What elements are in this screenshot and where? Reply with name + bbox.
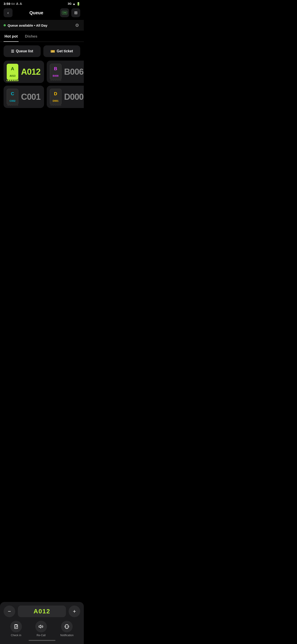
signal-icon: ▲ <box>72 2 75 6</box>
status-left: 3:59 GU ⚠ ⚠ <box>3 2 22 6</box>
queue-card-a[interactable]: A A013 A012 <box>3 60 44 83</box>
tag-number-c: C002 <box>9 100 15 102</box>
tag-letter-d: D <box>54 92 57 96</box>
battery-icon: 🔋 <box>76 2 80 6</box>
queue-list-icon: ☰ <box>11 49 14 54</box>
monitor-on-button[interactable]: ON <box>60 8 69 17</box>
current-number-d: D000 <box>64 92 84 102</box>
queue-list-label: Queue list <box>16 49 33 53</box>
warning-icon-1: ⚠ <box>16 2 18 5</box>
current-number-c: C001 <box>21 92 40 102</box>
tag-letter-b: B <box>54 66 57 71</box>
queue-status-text: Queue available • All Day <box>7 24 47 27</box>
warning-icon-2: ⚠ <box>19 2 22 5</box>
action-buttons: ☰ Queue list 🎫 Get ticket <box>0 42 84 60</box>
queue-status-bar: Queue available • All Day ⚙ <box>0 20 84 31</box>
tab-hotpot[interactable]: Hot pot <box>3 32 18 42</box>
ticket-icon: 🎫 <box>50 49 55 54</box>
tag-number-d: D001 <box>53 100 58 102</box>
carrier-icon: GU <box>11 2 15 5</box>
tag-letter-c: C <box>11 92 14 96</box>
ticket-tag-d: D D001 <box>50 89 61 105</box>
settings-button[interactable]: ⚙ <box>74 22 80 28</box>
header: ‹ Queue ON ⊞ <box>0 6 84 20</box>
current-number-a: A012 <box>21 67 40 77</box>
queue-card-c[interactable]: C C002 C001 <box>3 86 44 108</box>
queue-status-left: Queue available • All Day <box>3 24 47 27</box>
network-icon: 3G <box>68 2 71 5</box>
current-number-b: B006 <box>64 67 84 77</box>
queue-grid: A A013 A012 B B008 B006 C C002 C001 D D0… <box>0 60 84 112</box>
ticket-tag-a: A A013 <box>7 64 18 80</box>
qr-scan-button[interactable]: ⊞ <box>71 8 80 17</box>
available-dot <box>3 24 6 26</box>
get-ticket-label: Get ticket <box>57 49 73 53</box>
tag-number-a: A013 <box>9 74 15 77</box>
queue-list-button[interactable]: ☰ Queue list <box>3 46 41 57</box>
queue-card-b[interactable]: B B008 B006 <box>47 60 84 83</box>
monitor-on-icon: ON <box>62 11 67 14</box>
back-button[interactable]: ‹ <box>3 8 12 17</box>
tag-letter-a: A <box>11 66 14 71</box>
qr-icon: ⊞ <box>74 10 77 15</box>
tabs: Hot pot Dishes <box>0 31 84 42</box>
status-right: 3G ▲ 🔋 <box>68 2 80 6</box>
status-time: 3:59 <box>3 2 10 6</box>
ticket-tag-c: C C002 <box>7 89 18 105</box>
tab-dishes[interactable]: Dishes <box>24 32 38 42</box>
page-title: Queue <box>29 10 43 16</box>
tag-number-b: B008 <box>53 74 58 77</box>
header-icons: ON ⊞ <box>60 8 80 17</box>
queue-card-d[interactable]: D D001 D000 <box>47 86 84 108</box>
status-bar: 3:59 GU ⚠ ⚠ 3G ▲ 🔋 <box>0 0 84 6</box>
ticket-tag-b: B B008 <box>50 64 61 80</box>
get-ticket-button[interactable]: 🎫 Get ticket <box>43 46 80 57</box>
